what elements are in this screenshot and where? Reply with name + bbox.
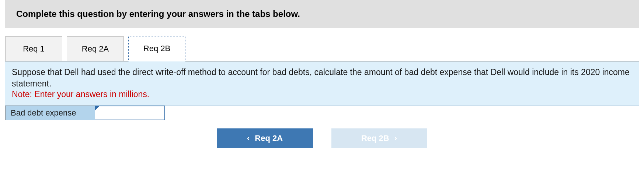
question-container: Complete this question by entering your …	[0, 0, 644, 148]
tab-label: Req 2B	[143, 44, 170, 53]
answer-row: Bad debt expense	[5, 106, 639, 120]
tab-req-2b[interactable]: Req 2B	[128, 36, 185, 61]
tab-label: Req 1	[23, 44, 45, 53]
next-button-label: Req 2B	[361, 134, 389, 143]
tab-req-2a[interactable]: Req 2A	[67, 36, 124, 61]
answer-label: Bad debt expense	[5, 106, 95, 120]
prev-button[interactable]: ‹ Req 2A	[217, 128, 313, 148]
nav-row: ‹ Req 2A Req 2B ›	[5, 128, 639, 148]
tab-req-1[interactable]: Req 1	[5, 36, 62, 61]
chevron-right-icon: ›	[394, 134, 397, 143]
tabs-row: Req 1 Req 2A Req 2B	[5, 35, 639, 61]
answer-input[interactable]	[95, 106, 165, 120]
next-button[interactable]: Req 2B ›	[331, 128, 427, 148]
instruction-bar: Complete this question by entering your …	[5, 0, 639, 28]
question-note: Note: Enter your answers in millions.	[12, 89, 632, 99]
question-body: Suppose that Dell had used the direct wr…	[12, 67, 632, 89]
tab-label: Req 2A	[82, 44, 109, 53]
chevron-left-icon: ‹	[247, 134, 250, 143]
content-panel: Suppose that Dell had used the direct wr…	[5, 61, 639, 106]
prev-button-label: Req 2A	[255, 134, 283, 143]
instruction-text: Complete this question by entering your …	[16, 9, 300, 19]
